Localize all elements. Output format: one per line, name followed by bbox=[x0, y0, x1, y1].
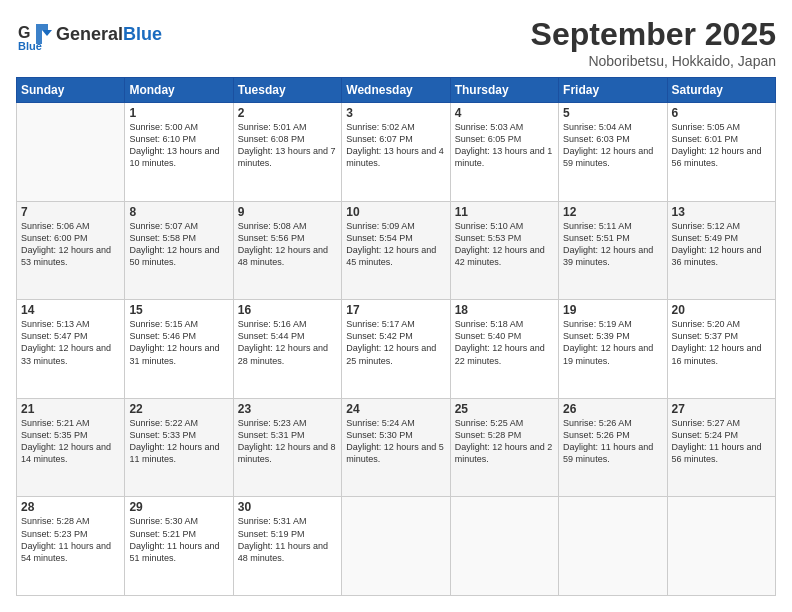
day-info: Sunrise: 5:23 AM Sunset: 5:31 PM Dayligh… bbox=[238, 417, 337, 466]
table-cell: 20 Sunrise: 5:20 AM Sunset: 5:37 PM Dayl… bbox=[667, 300, 775, 399]
day-number: 30 bbox=[238, 500, 337, 514]
calendar-week-row: 28 Sunrise: 5:28 AM Sunset: 5:23 PM Dayl… bbox=[17, 497, 776, 596]
day-info: Sunrise: 5:00 AM Sunset: 6:10 PM Dayligh… bbox=[129, 121, 228, 170]
table-cell: 19 Sunrise: 5:19 AM Sunset: 5:39 PM Dayl… bbox=[559, 300, 667, 399]
table-cell: 28 Sunrise: 5:28 AM Sunset: 5:23 PM Dayl… bbox=[17, 497, 125, 596]
day-number: 12 bbox=[563, 205, 662, 219]
day-info: Sunrise: 5:04 AM Sunset: 6:03 PM Dayligh… bbox=[563, 121, 662, 170]
table-cell bbox=[17, 103, 125, 202]
table-cell: 14 Sunrise: 5:13 AM Sunset: 5:47 PM Dayl… bbox=[17, 300, 125, 399]
table-cell: 23 Sunrise: 5:23 AM Sunset: 5:31 PM Dayl… bbox=[233, 398, 341, 497]
day-number: 5 bbox=[563, 106, 662, 120]
table-cell: 26 Sunrise: 5:26 AM Sunset: 5:26 PM Dayl… bbox=[559, 398, 667, 497]
table-cell: 29 Sunrise: 5:30 AM Sunset: 5:21 PM Dayl… bbox=[125, 497, 233, 596]
calendar-header-row: Sunday Monday Tuesday Wednesday Thursday… bbox=[17, 78, 776, 103]
day-number: 26 bbox=[563, 402, 662, 416]
day-info: Sunrise: 5:12 AM Sunset: 5:49 PM Dayligh… bbox=[672, 220, 771, 269]
table-cell bbox=[342, 497, 450, 596]
day-info: Sunrise: 5:01 AM Sunset: 6:08 PM Dayligh… bbox=[238, 121, 337, 170]
day-number: 28 bbox=[21, 500, 120, 514]
day-info: Sunrise: 5:13 AM Sunset: 5:47 PM Dayligh… bbox=[21, 318, 120, 367]
location: Noboribetsu, Hokkaido, Japan bbox=[531, 53, 776, 69]
table-cell bbox=[559, 497, 667, 596]
day-info: Sunrise: 5:09 AM Sunset: 5:54 PM Dayligh… bbox=[346, 220, 445, 269]
day-number: 2 bbox=[238, 106, 337, 120]
table-cell: 15 Sunrise: 5:15 AM Sunset: 5:46 PM Dayl… bbox=[125, 300, 233, 399]
table-cell: 21 Sunrise: 5:21 AM Sunset: 5:35 PM Dayl… bbox=[17, 398, 125, 497]
logo: G Blue General Blue bbox=[16, 16, 162, 52]
col-wednesday: Wednesday bbox=[342, 78, 450, 103]
day-number: 25 bbox=[455, 402, 554, 416]
day-info: Sunrise: 5:27 AM Sunset: 5:24 PM Dayligh… bbox=[672, 417, 771, 466]
day-number: 4 bbox=[455, 106, 554, 120]
day-info: Sunrise: 5:08 AM Sunset: 5:56 PM Dayligh… bbox=[238, 220, 337, 269]
day-info: Sunrise: 5:03 AM Sunset: 6:05 PM Dayligh… bbox=[455, 121, 554, 170]
day-info: Sunrise: 5:11 AM Sunset: 5:51 PM Dayligh… bbox=[563, 220, 662, 269]
day-info: Sunrise: 5:24 AM Sunset: 5:30 PM Dayligh… bbox=[346, 417, 445, 466]
day-number: 11 bbox=[455, 205, 554, 219]
day-number: 9 bbox=[238, 205, 337, 219]
table-cell: 1 Sunrise: 5:00 AM Sunset: 6:10 PM Dayli… bbox=[125, 103, 233, 202]
day-number: 19 bbox=[563, 303, 662, 317]
table-cell: 24 Sunrise: 5:24 AM Sunset: 5:30 PM Dayl… bbox=[342, 398, 450, 497]
table-cell: 25 Sunrise: 5:25 AM Sunset: 5:28 PM Dayl… bbox=[450, 398, 558, 497]
page: G Blue General Blue September 2025 Nobor… bbox=[0, 0, 792, 612]
calendar-week-row: 21 Sunrise: 5:21 AM Sunset: 5:35 PM Dayl… bbox=[17, 398, 776, 497]
day-info: Sunrise: 5:02 AM Sunset: 6:07 PM Dayligh… bbox=[346, 121, 445, 170]
day-number: 29 bbox=[129, 500, 228, 514]
day-number: 22 bbox=[129, 402, 228, 416]
day-number: 14 bbox=[21, 303, 120, 317]
month-title: September 2025 bbox=[531, 16, 776, 53]
day-info: Sunrise: 5:18 AM Sunset: 5:40 PM Dayligh… bbox=[455, 318, 554, 367]
day-number: 8 bbox=[129, 205, 228, 219]
day-number: 7 bbox=[21, 205, 120, 219]
day-info: Sunrise: 5:26 AM Sunset: 5:26 PM Dayligh… bbox=[563, 417, 662, 466]
day-info: Sunrise: 5:05 AM Sunset: 6:01 PM Dayligh… bbox=[672, 121, 771, 170]
header: G Blue General Blue September 2025 Nobor… bbox=[16, 16, 776, 69]
table-cell bbox=[450, 497, 558, 596]
logo-general: General bbox=[56, 24, 123, 45]
table-cell: 22 Sunrise: 5:22 AM Sunset: 5:33 PM Dayl… bbox=[125, 398, 233, 497]
day-info: Sunrise: 5:16 AM Sunset: 5:44 PM Dayligh… bbox=[238, 318, 337, 367]
logo-blue: Blue bbox=[123, 24, 162, 45]
col-sunday: Sunday bbox=[17, 78, 125, 103]
col-tuesday: Tuesday bbox=[233, 78, 341, 103]
day-info: Sunrise: 5:30 AM Sunset: 5:21 PM Dayligh… bbox=[129, 515, 228, 564]
logo-icon: G Blue bbox=[16, 16, 52, 52]
table-cell: 7 Sunrise: 5:06 AM Sunset: 6:00 PM Dayli… bbox=[17, 201, 125, 300]
table-cell: 2 Sunrise: 5:01 AM Sunset: 6:08 PM Dayli… bbox=[233, 103, 341, 202]
day-info: Sunrise: 5:19 AM Sunset: 5:39 PM Dayligh… bbox=[563, 318, 662, 367]
svg-text:Blue: Blue bbox=[18, 40, 42, 52]
day-info: Sunrise: 5:25 AM Sunset: 5:28 PM Dayligh… bbox=[455, 417, 554, 466]
day-number: 24 bbox=[346, 402, 445, 416]
day-info: Sunrise: 5:10 AM Sunset: 5:53 PM Dayligh… bbox=[455, 220, 554, 269]
day-number: 20 bbox=[672, 303, 771, 317]
calendar-week-row: 1 Sunrise: 5:00 AM Sunset: 6:10 PM Dayli… bbox=[17, 103, 776, 202]
day-info: Sunrise: 5:22 AM Sunset: 5:33 PM Dayligh… bbox=[129, 417, 228, 466]
logo-text: General Blue bbox=[56, 24, 162, 45]
col-saturday: Saturday bbox=[667, 78, 775, 103]
calendar-week-row: 14 Sunrise: 5:13 AM Sunset: 5:47 PM Dayl… bbox=[17, 300, 776, 399]
calendar-week-row: 7 Sunrise: 5:06 AM Sunset: 6:00 PM Dayli… bbox=[17, 201, 776, 300]
day-info: Sunrise: 5:17 AM Sunset: 5:42 PM Dayligh… bbox=[346, 318, 445, 367]
table-cell: 18 Sunrise: 5:18 AM Sunset: 5:40 PM Dayl… bbox=[450, 300, 558, 399]
table-cell: 8 Sunrise: 5:07 AM Sunset: 5:58 PM Dayli… bbox=[125, 201, 233, 300]
day-number: 18 bbox=[455, 303, 554, 317]
svg-text:G: G bbox=[18, 24, 30, 41]
table-cell: 17 Sunrise: 5:17 AM Sunset: 5:42 PM Dayl… bbox=[342, 300, 450, 399]
day-number: 27 bbox=[672, 402, 771, 416]
table-cell: 13 Sunrise: 5:12 AM Sunset: 5:49 PM Dayl… bbox=[667, 201, 775, 300]
day-info: Sunrise: 5:31 AM Sunset: 5:19 PM Dayligh… bbox=[238, 515, 337, 564]
table-cell: 5 Sunrise: 5:04 AM Sunset: 6:03 PM Dayli… bbox=[559, 103, 667, 202]
day-info: Sunrise: 5:28 AM Sunset: 5:23 PM Dayligh… bbox=[21, 515, 120, 564]
table-cell: 27 Sunrise: 5:27 AM Sunset: 5:24 PM Dayl… bbox=[667, 398, 775, 497]
col-thursday: Thursday bbox=[450, 78, 558, 103]
col-friday: Friday bbox=[559, 78, 667, 103]
table-cell: 16 Sunrise: 5:16 AM Sunset: 5:44 PM Dayl… bbox=[233, 300, 341, 399]
title-block: September 2025 Noboribetsu, Hokkaido, Ja… bbox=[531, 16, 776, 69]
calendar-table: Sunday Monday Tuesday Wednesday Thursday… bbox=[16, 77, 776, 596]
table-cell: 30 Sunrise: 5:31 AM Sunset: 5:19 PM Dayl… bbox=[233, 497, 341, 596]
day-number: 1 bbox=[129, 106, 228, 120]
day-number: 21 bbox=[21, 402, 120, 416]
table-cell: 12 Sunrise: 5:11 AM Sunset: 5:51 PM Dayl… bbox=[559, 201, 667, 300]
